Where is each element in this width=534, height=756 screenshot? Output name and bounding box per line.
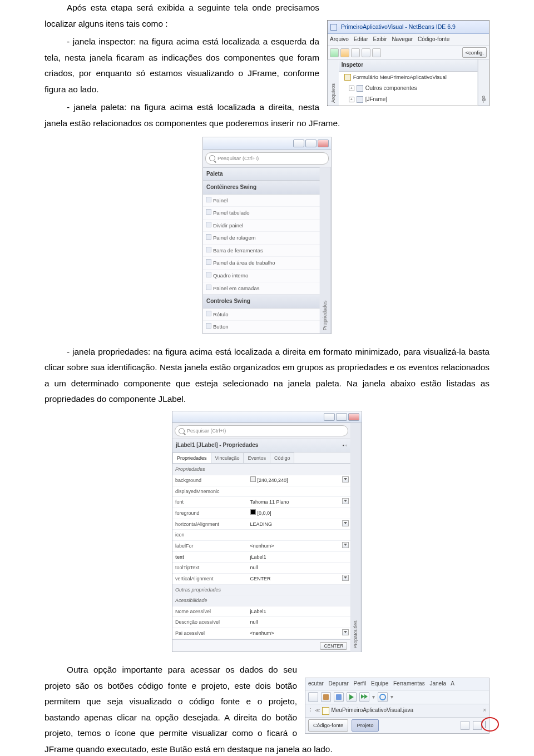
table-row[interactable]: horizontalAlignmentLEADING (172, 519, 350, 530)
table-row[interactable]: textjLabel1 (172, 551, 350, 563)
palette-item[interactable]: Quadro interno (203, 270, 320, 282)
codigo-fonte-button[interactable]: Código-fonte (308, 719, 348, 732)
menu-item[interactable]: ecutar (308, 680, 324, 687)
dropdown-icon[interactable] (342, 542, 349, 548)
palette-head[interactable]: Paleta (203, 167, 320, 181)
expand-icon[interactable]: + (349, 97, 354, 102)
table-row[interactable]: foreground[0,0,0] (172, 508, 350, 519)
save-icon[interactable] (351, 48, 360, 57)
close-icon[interactable] (348, 413, 359, 421)
table-row[interactable]: Pai acessível<nenhum> (172, 628, 350, 639)
palette-group-controls[interactable]: Controles Swing (203, 295, 320, 309)
tab-vinculacao[interactable]: Vinculação (211, 452, 244, 464)
menu-navegar[interactable]: Navegar (392, 36, 413, 42)
tab-eventos[interactable]: Eventos (243, 452, 270, 464)
palette-item[interactable]: Painel (203, 195, 320, 207)
tree-row[interactable]: + [JFrame] (339, 94, 478, 106)
run-icon[interactable] (347, 692, 357, 702)
table-row[interactable]: fontTahoma 11 Plano (172, 497, 350, 508)
title-text: PrimeiroAplicativoVisual - NetBeans IDE … (341, 23, 456, 30)
window-title: PrimeiroAplicativoVisual - NetBeans IDE … (328, 21, 489, 34)
props-footer: CENTER (172, 639, 350, 652)
maximize-icon[interactable] (336, 413, 347, 421)
figure-inspector: PrimeiroAplicativoVisual - NetBeans IDE … (327, 20, 490, 106)
menu-arquivo[interactable]: Arquivo (330, 36, 349, 42)
table-row[interactable]: icon (172, 530, 350, 541)
dropdown-icon[interactable] (342, 476, 349, 483)
table-row[interactable]: verticalAlignmentCENTER (172, 573, 350, 584)
tab-codigo[interactable]: Código (270, 452, 295, 464)
dropdown-icon[interactable] (342, 575, 349, 581)
sidebar-tab-arquivos[interactable]: Arquivos (328, 59, 339, 105)
table-row[interactable]: toolTipTextnull (172, 563, 350, 574)
toolbar-small-icon[interactable] (473, 721, 482, 730)
file-tab[interactable]: MeuPrimeiroAplicativoVisual.java (332, 705, 414, 716)
dropdown-icon[interactable] (342, 498, 349, 504)
toolbar: <config. (328, 46, 489, 60)
properties-table: Propriedades background[240,240,240] dis… (172, 464, 350, 639)
menu-item[interactable]: Depurar (329, 680, 349, 687)
config-button[interactable]: <config. (462, 47, 487, 58)
dropdown-icon[interactable] (342, 629, 349, 635)
palette-item[interactable]: Painel tabulado (203, 207, 320, 220)
toolbar-icon[interactable] (362, 48, 370, 57)
tree-label: Formulário MeuPrimeiroAplicativoVisual (353, 72, 447, 82)
figure-paleta: Pesquisar (Ctrl+I) Paleta Contêineres Sw… (202, 137, 332, 334)
palette-item[interactable]: Painel de rolagem (203, 232, 320, 245)
expand-icon[interactable]: + (349, 86, 354, 91)
table-row[interactable]: labelFor<nenhum> (172, 540, 350, 551)
clean-icon[interactable] (334, 692, 344, 702)
menu-item[interactable]: Perfil (354, 680, 367, 687)
close-tab-icon[interactable]: × (483, 705, 486, 716)
properties-title-text: jLabel1 [JLabel] - Propriedades (176, 440, 258, 451)
menu-item[interactable]: A (451, 680, 454, 687)
search-icon (209, 155, 215, 161)
maximize-icon[interactable] (305, 140, 317, 147)
menubar[interactable]: Arquivo Editar Exibir Navegar Código-fon… (328, 34, 489, 46)
table-row[interactable]: background[240,240,240] (172, 475, 350, 486)
palette-item[interactable]: Barra de ferramentas (203, 245, 320, 257)
debug-icon[interactable] (359, 692, 369, 702)
table-row[interactable]: Nome acessíveljLabel1 (172, 606, 350, 617)
palette-item[interactable]: Painel em camadas (203, 282, 320, 295)
close-icon[interactable] (318, 140, 329, 147)
minimize-icon[interactable] (324, 413, 335, 421)
search-input[interactable]: Pesquisar (Ctrl+I) (205, 152, 329, 165)
palette-group-containers[interactable]: Contêineres Swing (203, 181, 320, 195)
sidebar-tab-props[interactable]: Propatoutles (350, 423, 362, 652)
menubar[interactable]: ecutar Depurar Perfil Equipe Ferramentas… (305, 678, 489, 690)
palette-item[interactable]: Dividir painel (203, 220, 320, 232)
menu-codigo[interactable]: Código-fonte (418, 36, 449, 42)
build-icon[interactable] (321, 692, 331, 702)
panel-head-inspetor: Inspetor (339, 59, 478, 72)
tree-label: Outros componentes (365, 83, 417, 94)
dropdown-icon[interactable] (342, 520, 349, 526)
toolbar-small-icon[interactable] (461, 721, 469, 730)
sidebar-tab-go[interactable]: -go (478, 59, 489, 105)
minimize-icon[interactable] (293, 140, 304, 147)
props-group: Acessibilidade (172, 595, 350, 606)
palette-item[interactable]: Painel da área de trabalho (203, 257, 320, 270)
profile-icon[interactable] (378, 692, 388, 702)
search-input[interactable]: Pesquisar (Ctrl+I) (175, 425, 348, 437)
new-file-icon[interactable] (330, 48, 339, 57)
sidebar-tab-propriedades[interactable]: Propriedades (320, 167, 331, 334)
toolbar-icon[interactable] (308, 692, 318, 702)
menu-item[interactable]: Ferramentas (393, 680, 425, 687)
toolbar-icon[interactable] (372, 48, 381, 57)
menu-item[interactable]: Equipe (371, 680, 388, 687)
tree-label: [JFrame] (365, 94, 387, 105)
open-icon[interactable] (340, 48, 349, 57)
center-button[interactable]: CENTER (320, 642, 347, 650)
menu-exibir[interactable]: Exibir (373, 36, 387, 42)
table-row[interactable]: displayedMnemonic (172, 486, 350, 497)
palette-item[interactable]: Rótulo (203, 309, 320, 321)
palette-item[interactable]: Button (203, 321, 320, 334)
menu-editar[interactable]: Editar (354, 36, 368, 42)
tree-row[interactable]: + Outros componentes (339, 83, 478, 94)
menu-item[interactable]: Janela (429, 680, 446, 687)
table-row[interactable]: Descrição acessívelnull (172, 617, 350, 628)
projeto-button[interactable]: Projeto (352, 719, 378, 732)
tree-row[interactable]: Formulário MeuPrimeiroAplicativoVisual (339, 72, 478, 83)
tab-propriedades[interactable]: Propriedades (172, 452, 211, 464)
